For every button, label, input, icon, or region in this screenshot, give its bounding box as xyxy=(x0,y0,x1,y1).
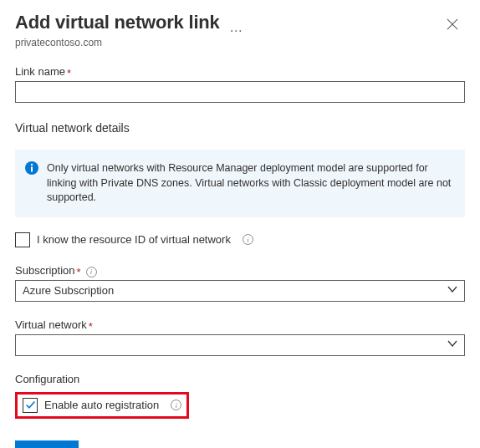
resource-id-checkbox-label: I know the resource ID of virtual networ… xyxy=(37,233,231,246)
help-icon[interactable]: i xyxy=(171,400,181,410)
page-subtitle: privatecontoso.com xyxy=(15,37,465,48)
subscription-selected-value: Azure Subscription xyxy=(23,284,114,297)
help-icon[interactable]: i xyxy=(86,267,97,277)
ok-button[interactable]: OK xyxy=(15,440,79,449)
info-icon xyxy=(25,161,38,206)
more-actions-icon[interactable]: … xyxy=(229,20,243,34)
close-icon[interactable] xyxy=(443,15,462,36)
auto-registration-highlight: Enable auto registration i xyxy=(15,392,189,419)
resource-id-checkbox[interactable] xyxy=(15,232,30,247)
help-icon[interactable]: i xyxy=(243,234,253,245)
link-name-input[interactable] xyxy=(15,81,465,103)
svg-rect-3 xyxy=(31,167,33,172)
chevron-down-icon xyxy=(447,284,457,297)
virtual-network-select[interactable] xyxy=(15,334,465,356)
auto-registration-checkbox[interactable] xyxy=(23,398,38,413)
required-indicator: * xyxy=(67,67,71,79)
info-text: Only virtual networks with Resource Mana… xyxy=(47,161,453,206)
required-indicator: * xyxy=(89,320,93,333)
info-banner: Only virtual networks with Resource Mana… xyxy=(15,150,465,217)
subscription-label: Subscription xyxy=(15,264,75,277)
page-title: Add virtual network link xyxy=(15,12,220,33)
link-name-label: Link name xyxy=(15,65,65,78)
svg-point-4 xyxy=(31,164,33,165)
details-section-title: Virtual network details xyxy=(15,121,465,135)
virtual-network-label: Virtual network xyxy=(15,318,87,331)
subscription-select[interactable]: Azure Subscription xyxy=(15,280,465,302)
required-indicator: * xyxy=(77,266,81,278)
auto-registration-label: Enable auto registration xyxy=(44,399,159,411)
configuration-section-title: Configuration xyxy=(15,373,79,385)
chevron-down-icon xyxy=(447,339,457,351)
